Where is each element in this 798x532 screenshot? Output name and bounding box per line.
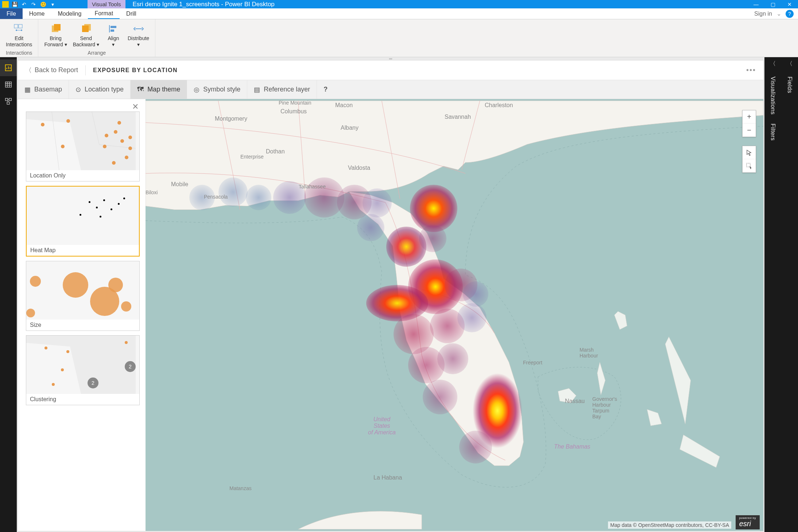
ribbon: Edit Interactions Interactions Bring For… bbox=[0, 19, 798, 57]
visualizations-panel-tab[interactable]: Visualizations bbox=[770, 77, 776, 115]
contextual-tab-label: Visual Tools bbox=[88, 0, 125, 8]
separator bbox=[85, 65, 86, 75]
theme-panel: Location Only Heat Map bbox=[26, 112, 140, 405]
label: Send Backward ▾ bbox=[73, 35, 99, 48]
map-canvas[interactable]: Montgomery Columbus Macon Albany Pine Mo… bbox=[146, 99, 763, 531]
canvas-wrap: ═ 〈 Back to Report EXPOSURE BY LOCATION … bbox=[17, 57, 764, 532]
theme-heat-map[interactable]: Heat Map bbox=[26, 186, 140, 257]
map-controls: + − bbox=[742, 110, 756, 173]
svg-rect-15 bbox=[7, 102, 9, 104]
tab-format[interactable]: Format bbox=[88, 8, 120, 19]
data-view-button[interactable] bbox=[0, 76, 17, 93]
theme-clustering[interactable]: 2 2 Clustering bbox=[26, 335, 140, 405]
zoom-in-button[interactable]: + bbox=[743, 110, 756, 124]
distribute-icon bbox=[133, 22, 144, 35]
help-tab[interactable]: ? bbox=[317, 80, 334, 99]
basemap-tab[interactable]: ▦Basemap bbox=[18, 80, 69, 99]
svg-rect-14 bbox=[9, 98, 11, 101]
undo-icon[interactable]: ↶ bbox=[20, 1, 28, 8]
caption: Size bbox=[26, 320, 139, 330]
pin-icon: ⊙ bbox=[75, 86, 81, 94]
page-title: EXPOSURE BY LOCATION bbox=[93, 67, 178, 74]
chevron-down-icon[interactable]: ⌄ bbox=[776, 10, 781, 17]
caption: Heat Map bbox=[27, 245, 139, 256]
tab-home[interactable]: Home bbox=[23, 8, 51, 19]
report-canvas: 〈 Back to Report EXPOSURE BY LOCATION ••… bbox=[18, 60, 764, 531]
svg-rect-12 bbox=[5, 82, 12, 87]
edit-interactions-icon bbox=[13, 22, 24, 35]
fields-panel-tab[interactable]: Fields bbox=[786, 77, 793, 93]
layers-icon: ▤ bbox=[254, 86, 260, 94]
maximize-button[interactable]: ▢ bbox=[764, 0, 781, 8]
signin-area: Sign in ⌄ ? bbox=[754, 8, 798, 19]
titlebar: 💾 ↶ ↷ 🙂 ▾ Visual Tools Esri demo Ignite … bbox=[0, 0, 798, 8]
tab-file[interactable]: File bbox=[0, 8, 23, 19]
label: Align▾ bbox=[108, 35, 119, 48]
svg-point-2 bbox=[16, 30, 17, 31]
location-type-tab[interactable]: ⊙Location type bbox=[69, 80, 131, 99]
svg-rect-7 bbox=[82, 26, 89, 32]
chevron-left-icon: 〈 bbox=[25, 66, 32, 75]
ribbon-group-interactions: Edit Interactions Interactions bbox=[0, 19, 38, 57]
map-theme-tab[interactable]: 🗺Map theme bbox=[131, 80, 187, 99]
box-select-button[interactable] bbox=[743, 159, 756, 172]
label: Bring Forward ▾ bbox=[44, 35, 67, 48]
right-panels: 〈 Visualizations Filters bbox=[764, 57, 781, 532]
svg-rect-10 bbox=[111, 30, 114, 32]
report-view-button[interactable] bbox=[0, 59, 17, 76]
back-to-report-link[interactable]: 〈 Back to Report bbox=[25, 66, 78, 75]
align-button[interactable]: Align▾ bbox=[102, 21, 125, 50]
reference-layer-tab[interactable]: ▤Reference layer bbox=[247, 80, 317, 99]
svg-rect-0 bbox=[14, 24, 18, 28]
close-panel-icon[interactable]: ✕ bbox=[132, 102, 139, 112]
fields-panel-rail: 〈 Fields bbox=[781, 57, 798, 532]
send-backward-icon bbox=[80, 22, 92, 35]
more-options-icon[interactable]: ••• bbox=[746, 66, 756, 74]
help-icon[interactable]: ? bbox=[786, 10, 794, 18]
filters-panel-tab[interactable]: Filters bbox=[770, 124, 776, 141]
model-view-button[interactable] bbox=[0, 93, 17, 110]
tab-modeling[interactable]: Modeling bbox=[51, 8, 88, 19]
theme-size[interactable]: Size bbox=[26, 261, 140, 331]
preview: 2 2 bbox=[26, 336, 139, 394]
signin-link[interactable]: Sign in bbox=[754, 11, 772, 17]
svg-rect-13 bbox=[5, 98, 8, 101]
bring-forward-button[interactable]: Bring Forward ▾ bbox=[41, 21, 70, 50]
app-icon bbox=[2, 1, 9, 8]
symbol-style-tab[interactable]: ◎Symbol style bbox=[187, 80, 247, 99]
qat-dropdown-icon[interactable]: ▾ bbox=[49, 1, 56, 8]
send-backward-button[interactable]: Send Backward ▾ bbox=[70, 21, 102, 50]
redo-icon[interactable]: ↷ bbox=[30, 1, 37, 8]
label: Edit Interactions bbox=[6, 35, 32, 48]
align-icon bbox=[108, 22, 119, 35]
ribbon-tabs: File Home Modeling Format Drill Sign in … bbox=[0, 8, 798, 19]
edit-interactions-button[interactable]: Edit Interactions bbox=[3, 21, 35, 50]
selection-controls bbox=[742, 146, 756, 173]
close-button[interactable]: ✕ bbox=[781, 0, 798, 8]
caption: Clustering bbox=[26, 394, 139, 405]
smiley-icon[interactable]: 🙂 bbox=[39, 1, 47, 8]
expand-panels-icon[interactable]: 〈 bbox=[770, 60, 776, 68]
expand-fields-icon[interactable]: 〈 bbox=[787, 60, 793, 68]
theme-location-only[interactable]: Location Only bbox=[26, 112, 140, 181]
group-label: Interactions bbox=[3, 50, 35, 57]
zoom-out-button[interactable]: − bbox=[743, 124, 756, 137]
svg-rect-5 bbox=[54, 24, 61, 31]
grid-icon: ▦ bbox=[24, 86, 31, 94]
minimize-button[interactable]: — bbox=[748, 0, 764, 8]
workspace: ═ 〈 Back to Report EXPOSURE BY LOCATION … bbox=[0, 57, 798, 532]
preview bbox=[26, 112, 139, 170]
select-tool-button[interactable] bbox=[743, 146, 756, 159]
map-icon: 🗺 bbox=[137, 86, 144, 93]
quick-access-toolbar: 💾 ↶ ↷ 🙂 ▾ bbox=[0, 1, 58, 8]
group-label: Arrange bbox=[41, 50, 152, 57]
save-icon[interactable]: 💾 bbox=[11, 1, 18, 8]
distribute-button[interactable]: Distribute▾ bbox=[125, 21, 152, 50]
back-label: Back to Report bbox=[35, 66, 78, 74]
label: Distribute▾ bbox=[128, 35, 149, 48]
grip-handle[interactable]: ═ bbox=[17, 57, 764, 60]
bring-forward-icon bbox=[50, 22, 62, 35]
visual-header: 〈 Back to Report EXPOSURE BY LOCATION ••… bbox=[18, 60, 763, 80]
tab-drill[interactable]: Drill bbox=[120, 8, 143, 19]
ribbon-group-arrange: Bring Forward ▾ Send Backward ▾ Align▾ D… bbox=[38, 19, 155, 57]
